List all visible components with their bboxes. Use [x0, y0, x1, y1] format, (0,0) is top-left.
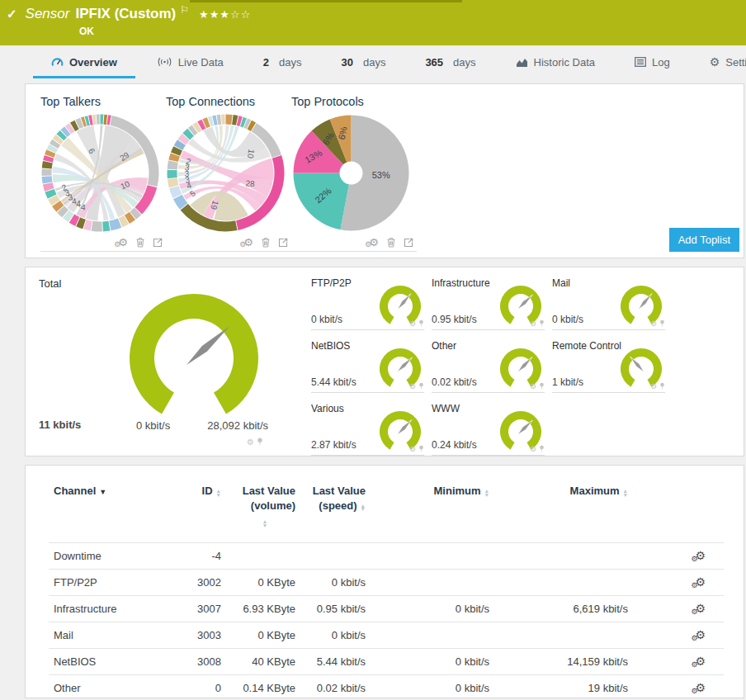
tab-30-days[interactable]: 30 days	[321, 45, 405, 78]
gauge-block-remote-control: Remote Control 1 kbit/s ⚙	[552, 340, 665, 393]
svg-text:53%: 53%	[372, 170, 390, 180]
sensor-header: ✓ Sensor IPFIX (Custom) ⚐ ★★★☆☆ OK	[0, 0, 746, 45]
gauge-min-label: 0 kbit/s	[136, 419, 170, 432]
total-gauge	[123, 291, 265, 418]
table-row: NetBIOS 3008 40 KByte 5.44 kbit/s 0 kbit…	[49, 648, 724, 674]
cell-actions: ⚙⚙	[633, 542, 724, 569]
tab-number: 365	[425, 56, 443, 69]
cell-speed: 0 kbit/s	[300, 569, 371, 595]
channel-value: 0 kbit/s	[552, 314, 583, 325]
add-toplist-button[interactable]: Add Toplist	[669, 228, 739, 252]
channel-settings-icon[interactable]: ⚙⚙	[695, 550, 706, 561]
column-header-minimum[interactable]: Minimum▲▼	[371, 480, 494, 542]
pin-icon[interactable]	[418, 382, 424, 390]
cell-channel: Other	[49, 674, 189, 698]
tab-overview[interactable]: Overview	[31, 45, 137, 78]
tab-historic-data[interactable]: Historic Data	[496, 45, 615, 78]
trash-icon[interactable]	[135, 237, 145, 248]
channel-value: 5.44 kbit/s	[311, 376, 356, 388]
channel-gear-icon[interactable]: ⚙	[409, 319, 416, 328]
sort-icon: ▲▼	[216, 490, 221, 497]
column-header-maximum[interactable]: Maximum▲▼	[494, 480, 633, 542]
cell-actions: ⚙⚙	[633, 569, 724, 595]
channel-settings-icon[interactable]: ⚙⚙	[695, 682, 706, 693]
pin-icon[interactable]	[257, 438, 263, 447]
gauge-max-label: 28,092 kbit/s	[207, 419, 268, 432]
channel-settings-icon[interactable]: ⚙⚙	[695, 629, 706, 641]
column-header-id[interactable]: ID▲▼	[189, 480, 226, 542]
gauge-block-netbios: NetBIOS 5.44 kbit/s ⚙	[311, 340, 424, 393]
svg-text:28: 28	[245, 178, 255, 188]
channel-settings-icon[interactable]: ⚙⚙	[695, 655, 706, 667]
tab-live-data[interactable]: Live Data	[137, 45, 243, 78]
channel-settings-icon[interactable]: ⚙⚙	[695, 576, 706, 588]
trash-icon[interactable]	[386, 237, 396, 248]
stars-filled: ★★★	[199, 8, 230, 21]
sort-desc-icon[interactable]: ▼	[99, 488, 106, 496]
cell-channel: Downtime	[49, 542, 189, 569]
tab-label: days	[453, 56, 475, 69]
tab-log[interactable]: Log	[615, 45, 690, 78]
tab-settings[interactable]: ⚙ Settings	[690, 45, 746, 78]
pin-icon[interactable]	[659, 382, 665, 390]
open-toplist-icon[interactable]	[404, 238, 413, 248]
cell-actions: ⚙⚙	[633, 622, 724, 648]
toplist-card-top-talkers: Top Talkers 62910233444 ⚙⚙	[40, 95, 166, 247]
pin-icon[interactable]	[539, 319, 545, 328]
toplists-panel: Top Talkers 62910233444 ⚙⚙ Top Connectio…	[25, 83, 744, 258]
pin-icon[interactable]	[539, 445, 545, 453]
column-header-last-value-volume[interactable]: Last Value(volume)▲▼	[226, 480, 300, 542]
gauge-block-various: Various 2.87 kbit/s ⚙	[311, 403, 424, 456]
channel-gear-icon[interactable]: ⚙	[247, 438, 254, 447]
channel-gauge-grid: FTP/P2P 0 kbit/s ⚙ Infrastructure 0.95 k…	[311, 277, 665, 446]
pin-icon[interactable]	[418, 445, 424, 453]
cell-volume: 40 KByte	[226, 648, 300, 674]
toplist-card-footer: ⚙⚙	[40, 235, 166, 252]
channel-gear-icon[interactable]: ⚙	[409, 382, 416, 390]
pin-icon[interactable]	[659, 319, 665, 328]
table-header-row: Channel▼ ID▲▼ Last Value(volume)▲▼ Last …	[49, 480, 724, 542]
gauge-block-ftp-p2p: FTP/P2P 0 kbit/s ⚙	[311, 277, 424, 330]
tab-2-days[interactable]: 2 days	[243, 45, 322, 78]
top-protocols-donut-chart[interactable]: 53%22%13%6%6%	[291, 113, 411, 233]
tab-label: Live Data	[178, 56, 224, 69]
channel-gear-icon[interactable]: ⚙	[530, 445, 536, 453]
table-row: Mail 3003 0 KByte 0 kbit/s ⚙⚙	[49, 622, 724, 648]
cell-min: 0 kbit/s	[371, 674, 494, 698]
gauge-block-www: WWW 0.24 kbit/s ⚙	[432, 403, 545, 456]
channel-table-panel: Channel▼ ID▲▼ Last Value(volume)▲▼ Last …	[25, 465, 744, 698]
cell-channel: Mail	[49, 622, 189, 648]
cell-actions: ⚙⚙	[633, 648, 724, 674]
tab-365-days[interactable]: 365 days	[405, 45, 495, 78]
sort-icon: ▲▼	[361, 504, 366, 512]
cell-min: 0 kbit/s	[371, 648, 494, 674]
total-gauge-block: Total 0 kbit/s 28,092 kbit/s ⚙ 11 kbit/s	[39, 277, 286, 446]
trash-icon[interactable]	[261, 237, 271, 248]
pin-icon[interactable]	[539, 382, 545, 390]
toplist-title: Top Protocols	[291, 95, 417, 108]
channel-gear-icon[interactable]: ⚙	[530, 319, 536, 328]
channel-gear-icon[interactable]: ⚙	[530, 382, 536, 390]
column-header-channel[interactable]: Channel▼	[49, 480, 189, 542]
flag-icon[interactable]: ⚐	[180, 4, 189, 16]
open-toplist-icon[interactable]	[153, 238, 163, 248]
top-connections-chord-chart[interactable]: 102819543332	[166, 113, 286, 233]
cell-max: 6,619 kbit/s	[494, 595, 633, 622]
cell-volume: 0 KByte	[226, 622, 300, 648]
channel-gear-icon[interactable]: ⚙	[650, 382, 657, 390]
column-header-last-value-speed[interactable]: Last Value(speed)▲▼	[300, 480, 371, 542]
gauge-block-mail: Mail 0 kbit/s ⚙	[552, 277, 665, 330]
sort-icon: ▲▼	[484, 490, 489, 497]
pin-icon[interactable]	[418, 319, 424, 328]
cell-volume: 0.14 KByte	[226, 674, 300, 698]
channel-settings-icon[interactable]: ⚙⚙	[695, 603, 706, 614]
channel-value: 0.95 kbit/s	[432, 314, 477, 325]
channel-gear-icon[interactable]: ⚙	[409, 445, 416, 453]
channel-gear-icon[interactable]: ⚙	[650, 319, 657, 328]
open-toplist-icon[interactable]	[278, 238, 288, 248]
top-talkers-chord-chart[interactable]: 62910233444	[40, 113, 160, 233]
cell-id: 3008	[189, 648, 226, 674]
gauge-block-infrastructure: Infrastructure 0.95 kbit/s ⚙	[432, 277, 545, 330]
priority-stars[interactable]: ★★★☆☆	[199, 8, 251, 21]
header-top-strip	[190, 0, 462, 2]
